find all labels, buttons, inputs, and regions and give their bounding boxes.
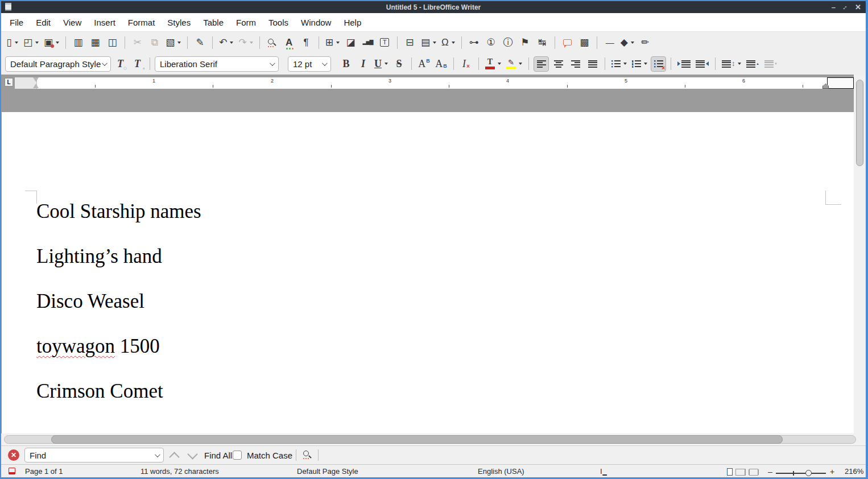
ordered-list-button[interactable]: [630, 56, 649, 72]
find-combobox[interactable]: [24, 448, 164, 463]
dropdown-arrow-icon[interactable]: [433, 42, 436, 44]
dropdown-arrow-icon[interactable]: [623, 63, 627, 65]
underline-button[interactable]: U: [373, 56, 390, 72]
vertical-scrollbar[interactable]: [854, 75, 866, 433]
subscript-button[interactable]: AB: [433, 56, 449, 72]
document-modified-icon[interactable]: [9, 468, 15, 474]
new-document-button[interactable]: ▯: [5, 35, 20, 50]
horizontal-scrollbar-track[interactable]: [4, 435, 856, 444]
save-button[interactable]: ▣: [42, 35, 61, 50]
paste-button[interactable]: ▧: [164, 35, 183, 50]
left-indent-marker[interactable]: [33, 84, 39, 88]
insert-text-box-button[interactable]: T: [377, 35, 392, 50]
basic-shapes-button[interactable]: ◆: [619, 35, 636, 50]
page-break-button[interactable]: ⊟: [402, 35, 418, 50]
dropdown-arrow-icon[interactable]: [250, 42, 253, 44]
dropdown-arrow-icon[interactable]: [385, 63, 388, 65]
insert-bookmark-button[interactable]: ⚑: [518, 35, 533, 50]
page-number-status[interactable]: Page 1 of 1: [25, 467, 63, 476]
zoom-level[interactable]: 216%: [845, 467, 863, 476]
menu-view[interactable]: View: [57, 15, 88, 30]
insert-mode-status[interactable]: I‗: [600, 467, 607, 476]
dropdown-arrow-icon[interactable]: [644, 63, 647, 65]
align-center-button[interactable]: [551, 56, 566, 72]
track-changes-button[interactable]: ▩: [577, 35, 592, 50]
dropdown-arrow-icon[interactable]: [177, 42, 181, 44]
minimize-button[interactable]: –: [832, 3, 836, 11]
update-style-button[interactable]: T◌: [113, 56, 128, 72]
clear-formatting-button[interactable]: I×: [458, 56, 474, 72]
word-count-status[interactable]: 11 words, 72 characters: [140, 467, 219, 476]
insert-chart-button[interactable]: ▂▅▇: [360, 35, 375, 50]
horizontal-scrollbar-thumb[interactable]: [51, 435, 783, 444]
misspelled-word[interactable]: toywagon: [36, 335, 115, 357]
book-view-icon[interactable]: [749, 469, 759, 476]
align-left-button[interactable]: [534, 56, 549, 72]
paragraph[interactable]: Crimson Comet: [36, 381, 201, 401]
close-button[interactable]: ✕: [855, 3, 861, 11]
italic-button[interactable]: I: [356, 56, 371, 72]
draw-functions-button[interactable]: ✏: [638, 35, 653, 50]
dropdown-arrow-icon[interactable]: [15, 42, 18, 44]
insert-table-button[interactable]: ⊞: [324, 35, 341, 50]
font-size-combobox[interactable]: 12 pt: [288, 56, 331, 72]
menu-format[interactable]: Format: [122, 15, 162, 30]
font-color-button[interactable]: T: [483, 56, 503, 72]
insert-field-button[interactable]: ▤: [419, 35, 438, 50]
chevron-down-icon[interactable]: [270, 60, 275, 66]
new-style-button[interactable]: T▫: [130, 56, 145, 72]
insert-comment-button[interactable]: [560, 35, 575, 50]
menu-edit[interactable]: Edit: [30, 15, 57, 30]
find-input[interactable]: [25, 451, 155, 460]
font-name-combobox[interactable]: Liberation Serif: [155, 56, 279, 72]
paragraph-style-combobox[interactable]: Default Paragraph Style: [5, 56, 111, 72]
no-list-button[interactable]: ×: [651, 56, 666, 72]
ruler-strip[interactable]: 1 2 3 4 5 6: [15, 77, 854, 89]
align-justify-button[interactable]: [585, 56, 600, 72]
horizontal-scrollbar[interactable]: [1, 433, 866, 445]
increase-paragraph-spacing-button[interactable]: ▲: [745, 56, 761, 72]
zoom-slider[interactable]: [776, 473, 826, 474]
horizontal-line-button[interactable]: ―: [602, 35, 617, 50]
language-status[interactable]: English (USA): [478, 467, 524, 476]
open-button[interactable]: ◰: [22, 35, 40, 50]
print-preview-button[interactable]: ◫: [105, 35, 120, 50]
page-style-status[interactable]: Default Page Style: [297, 467, 358, 476]
special-character-button[interactable]: Ω: [440, 35, 457, 50]
increase-indent-button[interactable]: [676, 56, 692, 72]
dropdown-arrow-icon[interactable]: [498, 63, 501, 65]
chevron-down-icon[interactable]: [322, 60, 328, 66]
cross-reference-button[interactable]: ↹: [535, 35, 550, 50]
chevron-down-icon[interactable]: [102, 60, 108, 66]
insert-footnote-button[interactable]: ①: [483, 35, 499, 50]
vertical-scrollbar-thumb[interactable]: [856, 80, 863, 166]
chevron-down-icon[interactable]: [155, 452, 160, 457]
zoom-in-button[interactable]: +: [830, 467, 834, 476]
dropdown-arrow-icon[interactable]: [230, 42, 233, 44]
dropdown-arrow-icon[interactable]: [336, 42, 340, 44]
horizontal-ruler[interactable]: L 1 2 3 4 5 6: [1, 75, 854, 92]
paragraph[interactable]: Lighting’s hand: [36, 246, 201, 266]
dropdown-arrow-icon[interactable]: [56, 42, 59, 44]
bold-button[interactable]: B: [338, 56, 354, 72]
line-spacing-button[interactable]: ↕: [720, 56, 743, 72]
insert-endnote-button[interactable]: ⓘ: [501, 35, 516, 50]
menu-table[interactable]: Table: [197, 15, 230, 30]
dropdown-arrow-icon[interactable]: [631, 42, 634, 44]
menu-insert[interactable]: Insert: [88, 15, 122, 30]
maximize-button[interactable]: ↕: [841, 3, 849, 11]
highlight-color-button[interactable]: ✎: [505, 56, 524, 72]
find-replace-button[interactable]: [264, 35, 280, 50]
paragraph-text[interactable]: 1500: [115, 335, 160, 357]
match-case-label[interactable]: Match Case: [247, 451, 292, 460]
insert-hyperlink-button[interactable]: ⊶: [466, 35, 482, 50]
document-page[interactable]: Cool Starship names Lighting’s hand Disc…: [2, 112, 854, 433]
dropdown-arrow-icon[interactable]: [738, 63, 741, 65]
superscript-button[interactable]: AB: [416, 56, 432, 72]
zoom-slider-thumb[interactable]: [805, 470, 812, 476]
match-case-checkbox[interactable]: [233, 451, 242, 460]
print-button[interactable]: ▦: [88, 35, 103, 50]
menu-styles[interactable]: Styles: [161, 15, 197, 30]
spelling-button[interactable]: A: [282, 35, 297, 50]
menu-window[interactable]: Window: [295, 15, 337, 30]
